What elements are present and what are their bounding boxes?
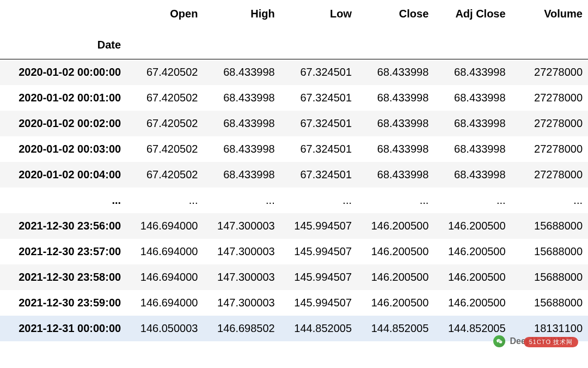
table-row: 2020-01-02 00:01:0067.42050268.43399867.… [0,85,588,111]
cell: 146.200500 [357,290,434,316]
row-index: 2020-01-02 00:04:00 [0,162,126,188]
cell: 145.994507 [280,213,357,239]
cell: 146.694000 [126,213,203,239]
cell: 68.433998 [357,59,434,86]
cell: 27278000 [511,59,588,86]
cell: ... [357,188,434,213]
col-header-volume: Volume [511,0,588,23]
col-header-adjclose: Adj Close [434,0,511,23]
cell: 68.433998 [203,136,280,162]
table-row: 2020-01-02 00:00:0067.42050268.43399867.… [0,59,588,86]
column-header-row: Open High Low Close Adj Close Volume [0,0,588,23]
cell: 67.420502 [126,59,203,86]
row-index: 2021-12-30 23:57:00 [0,239,126,264]
cell: 68.433998 [357,85,434,111]
cell: 147.300003 [203,213,280,239]
cell: 27278000 [511,111,588,136]
row-index: 2020-01-02 00:03:00 [0,136,126,162]
table-row: 2021-12-30 23:57:00146.694000147.3000031… [0,239,588,264]
blank-corner [0,0,126,23]
cell: 27278000 [511,85,588,111]
cell: 67.324501 [280,85,357,111]
cell: 67.420502 [126,111,203,136]
table-row: 2020-01-02 00:04:0067.42050268.43399867.… [0,162,588,188]
row-index: 2020-01-02 00:01:00 [0,85,126,111]
cell: 144.852005 [357,316,434,341]
cell: 67.324501 [280,136,357,162]
col-header-low: Low [280,0,357,23]
cell: ... [511,188,588,213]
cell: 68.433998 [434,111,511,136]
cell: 146.200500 [434,264,511,290]
cell: 146.200500 [357,239,434,264]
cell: 68.433998 [203,85,280,111]
row-index: 2021-12-30 23:56:00 [0,213,126,239]
row-index: 2021-12-30 23:59:00 [0,290,126,316]
table-row: 2020-01-02 00:03:0067.42050268.43399867.… [0,136,588,162]
row-index: ... [0,188,126,213]
cell: 146.050003 [126,316,203,341]
cell: 15688000 [511,264,588,290]
cell: 68.433998 [434,162,511,188]
cell: 67.324501 [280,111,357,136]
cell: 146.200500 [357,213,434,239]
table-row: 2021-12-30 23:56:00146.694000147.3000031… [0,213,588,239]
cell: 147.300003 [203,290,280,316]
cell: 18131100 [511,316,588,341]
table-header: Open High Low Close Adj Close Volume Dat… [0,0,588,59]
cell: ... [434,188,511,213]
cell: 68.433998 [434,85,511,111]
cell: 145.994507 [280,290,357,316]
cell: 145.994507 [280,239,357,264]
col-header-open: Open [126,0,203,23]
cell: 67.420502 [126,136,203,162]
cell: 68.433998 [357,162,434,188]
cell: 146.694000 [126,290,203,316]
cell: 15688000 [511,213,588,239]
row-index: 2021-12-31 00:00:00 [0,316,126,341]
table-row: 2021-12-30 23:59:00146.694000147.3000031… [0,290,588,316]
cell: 67.324501 [280,162,357,188]
cell: 27278000 [511,136,588,162]
cell: ... [203,188,280,213]
cell: 146.200500 [434,239,511,264]
cell: ... [126,188,203,213]
cell: 146.200500 [434,213,511,239]
cell: 15688000 [511,239,588,264]
cell: 146.694000 [126,264,203,290]
cell: 68.433998 [357,111,434,136]
dataframe-table: Open High Low Close Adj Close Volume Dat… [0,0,588,341]
cell: ... [280,188,357,213]
cell: 15688000 [511,290,588,316]
cell: 146.200500 [357,264,434,290]
cell: 68.433998 [357,136,434,162]
cell: 146.200500 [434,290,511,316]
col-header-close: Close [357,0,434,23]
ellipsis-row: ..................... [0,188,588,213]
cell: 68.433998 [434,59,511,86]
cell: 68.433998 [203,162,280,188]
table-row: 2020-01-02 00:02:0067.42050268.43399867.… [0,111,588,136]
cell: 68.433998 [203,59,280,86]
cell: 147.300003 [203,264,280,290]
cell: 67.420502 [126,162,203,188]
table-row: 2021-12-31 00:00:00146.050003146.6985021… [0,316,588,341]
cell: 68.433998 [434,136,511,162]
cell: 67.324501 [280,59,357,86]
index-name: Date [0,23,126,59]
cell: 144.852005 [434,316,511,341]
cell: 67.420502 [126,85,203,111]
table-row: 2021-12-30 23:58:00146.694000147.3000031… [0,264,588,290]
row-index: 2020-01-02 00:02:00 [0,111,126,136]
cell: 146.694000 [126,239,203,264]
cell: 147.300003 [203,239,280,264]
row-index: 2021-12-30 23:58:00 [0,264,126,290]
cell: 27278000 [511,162,588,188]
index-name-row: Date [0,23,588,59]
cell: 146.698502 [203,316,280,341]
cell: 68.433998 [203,111,280,136]
table-body: 2020-01-02 00:00:0067.42050268.43399867.… [0,59,588,342]
cell: 144.852005 [280,316,357,341]
row-index: 2020-01-02 00:00:00 [0,59,126,86]
cell: 145.994507 [280,264,357,290]
